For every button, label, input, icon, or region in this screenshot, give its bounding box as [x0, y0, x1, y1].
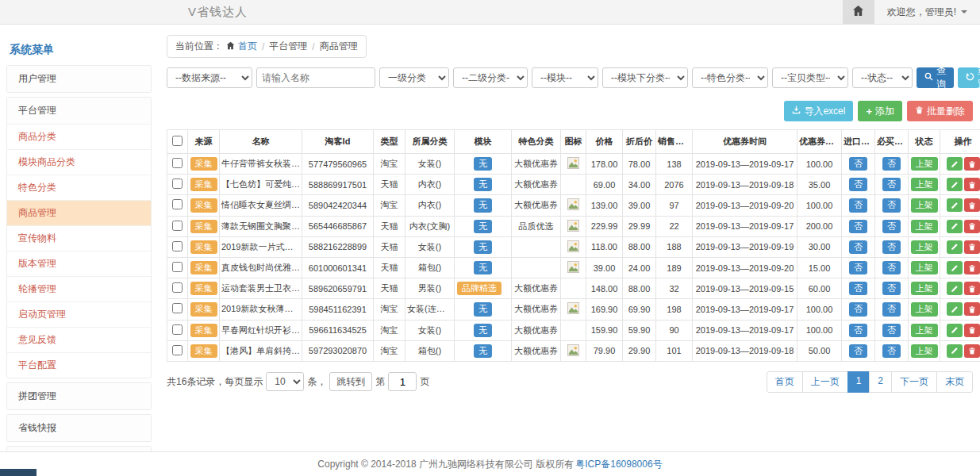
must-buy-badge[interactable]: 否 [882, 261, 901, 274]
search-button[interactable]: 查询 [917, 67, 954, 88]
edit-button[interactable] [947, 220, 963, 233]
sidebar-subitem-product-category[interactable]: 商品分类 [7, 124, 151, 149]
level2-category-select[interactable]: --二级分类-- [453, 67, 528, 88]
must-buy-badge[interactable]: 否 [882, 302, 901, 316]
name-input[interactable] [256, 67, 375, 88]
must-buy-badge[interactable]: 否 [882, 324, 901, 337]
user-menu[interactable]: 欢迎您，管理员! [874, 0, 980, 24]
row-checkbox[interactable] [172, 178, 183, 189]
module-select[interactable]: --模块-- [532, 67, 598, 88]
delete-button[interactable] [964, 220, 980, 233]
row-checkbox[interactable] [172, 199, 183, 209]
delete-button[interactable] [964, 282, 980, 295]
sidebar-item-saving-news[interactable]: 省钱快报 [7, 415, 151, 441]
row-checkbox[interactable] [172, 303, 183, 313]
page-button-page-1[interactable]: 1 [847, 371, 870, 393]
delete-button[interactable] [964, 178, 980, 191]
delete-button[interactable] [964, 261, 980, 274]
level1-category-select[interactable]: 一级分类 [379, 67, 449, 88]
page-button-first-page[interactable]: 首页 [767, 371, 803, 393]
import-select-badge[interactable]: 否 [849, 157, 867, 171]
must-buy-badge[interactable]: 否 [882, 344, 901, 358]
row-checkbox[interactable] [172, 158, 183, 168]
status-select[interactable]: --状态-- [852, 67, 913, 88]
edit-button[interactable] [947, 302, 963, 316]
page-button-prev-page[interactable]: 上一页 [802, 371, 848, 393]
status-badge[interactable]: 上架 [911, 240, 938, 254]
must-buy-badge[interactable]: 否 [882, 240, 901, 254]
import-select-badge[interactable]: 否 [849, 324, 867, 337]
home-button[interactable] [843, 0, 874, 24]
row-checkbox[interactable] [172, 324, 183, 335]
must-buy-badge[interactable]: 否 [882, 198, 901, 212]
page-button-page-2[interactable]: 2 [869, 371, 892, 393]
import-select-badge[interactable]: 否 [849, 282, 867, 295]
row-checkbox[interactable] [172, 221, 183, 231]
status-badge[interactable]: 上架 [911, 198, 938, 212]
edit-button[interactable] [947, 324, 963, 337]
delete-button[interactable] [964, 157, 980, 171]
edit-button[interactable] [947, 240, 963, 254]
edit-button[interactable] [947, 261, 963, 274]
select-all-checkbox[interactable] [172, 136, 183, 146]
must-buy-badge[interactable]: 否 [882, 282, 901, 295]
sidebar-subitem-feature-category[interactable]: 特色分类 [7, 175, 151, 200]
row-checkbox[interactable] [172, 282, 183, 293]
delete-button[interactable] [964, 344, 980, 358]
sidebar-subitem-promo-materials[interactable]: 宣传物料 [7, 225, 151, 251]
item-type-select[interactable]: --宝贝类型-- [772, 67, 848, 88]
sidebar-item-platform-management[interactable]: 平台管理 [7, 98, 151, 124]
data-source-select[interactable]: --数据来源-- [167, 67, 252, 88]
import-select-badge[interactable]: 否 [849, 344, 867, 358]
edit-button[interactable] [947, 198, 963, 212]
status-badge[interactable]: 上架 [911, 324, 938, 337]
page-input[interactable] [388, 372, 417, 391]
status-badge[interactable]: 上架 [911, 178, 938, 191]
sidebar-subitem-carousel-management[interactable]: 轮播管理 [7, 276, 151, 301]
must-buy-badge[interactable]: 否 [882, 178, 901, 191]
breadcrumb-home-link[interactable]: 首页 [238, 40, 257, 53]
edit-button[interactable] [947, 157, 963, 171]
row-checkbox[interactable] [172, 262, 183, 272]
page-button-next-page[interactable]: 下一页 [891, 371, 937, 393]
import-select-badge[interactable]: 否 [849, 178, 867, 191]
status-badge[interactable]: 上架 [911, 157, 938, 171]
sidebar-subitem-feedback[interactable]: 意见反馈 [7, 327, 151, 352]
page-button-last-page[interactable]: 末页 [936, 371, 973, 393]
status-badge[interactable]: 上架 [911, 302, 938, 316]
status-badge[interactable]: 上架 [911, 261, 938, 274]
add-button[interactable]: + 添加 [858, 101, 902, 121]
sidebar-subitem-version-management[interactable]: 版本管理 [7, 251, 151, 276]
jump-button[interactable]: 跳转到 [329, 372, 372, 391]
delete-button[interactable] [964, 324, 980, 337]
edit-button[interactable] [947, 282, 963, 295]
delete-button[interactable] [964, 302, 980, 316]
sidebar-subitem-product-management[interactable]: 商品管理 [7, 200, 151, 225]
feature-category-select[interactable]: --特色分类-- [692, 67, 768, 88]
edit-button[interactable] [947, 178, 963, 191]
reset-button[interactable]: 重置 [958, 67, 980, 88]
sidebar-subitem-platform-config[interactable]: 平台配置 [7, 352, 151, 378]
row-checkbox[interactable] [172, 345, 183, 355]
sidebar-item-group-buy-management[interactable]: 拼团管理 [7, 383, 151, 409]
import-select-badge[interactable]: 否 [849, 261, 867, 274]
import-excel-button[interactable]: 导入excel [784, 101, 853, 121]
status-badge[interactable]: 上架 [911, 220, 938, 233]
delete-button[interactable] [964, 198, 980, 212]
import-select-badge[interactable]: 否 [849, 220, 867, 233]
row-checkbox[interactable] [172, 241, 183, 251]
status-badge[interactable]: 上架 [911, 282, 938, 295]
import-select-badge[interactable]: 否 [849, 198, 867, 212]
sidebar-subitem-module-product-category[interactable]: 模块商品分类 [7, 149, 151, 175]
icp-link[interactable]: 粤ICP备16098006号 [575, 458, 662, 471]
edit-button[interactable] [947, 344, 963, 358]
per-page-select[interactable]: 10 [266, 372, 304, 391]
must-buy-badge[interactable]: 否 [882, 157, 901, 171]
sidebar-subitem-splash-management[interactable]: 启动页管理 [7, 301, 151, 327]
sidebar-item-user-management[interactable]: 用户管理 [7, 66, 151, 92]
delete-button[interactable] [964, 240, 980, 254]
batch-delete-button[interactable]: 批量删除 [907, 101, 973, 121]
import-select-badge[interactable]: 否 [849, 302, 867, 316]
status-badge[interactable]: 上架 [911, 344, 938, 358]
must-buy-badge[interactable]: 否 [882, 220, 901, 233]
